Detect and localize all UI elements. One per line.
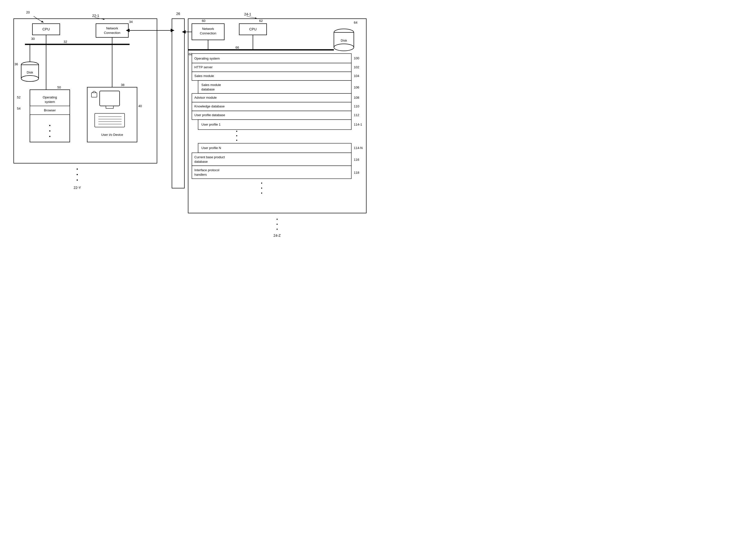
svg-text:32: 32 <box>64 40 67 44</box>
svg-rect-51 <box>172 19 184 188</box>
svg-text:112: 112 <box>354 113 359 117</box>
svg-rect-83 <box>192 72 351 80</box>
svg-point-67 <box>334 44 354 51</box>
svg-text:system: system <box>45 100 55 104</box>
svg-text:•: • <box>236 138 237 142</box>
svg-text:26: 26 <box>176 12 180 16</box>
svg-text:User i/o Device: User i/o Device <box>101 133 123 137</box>
svg-text:24-Z: 24-Z <box>274 234 281 237</box>
svg-text:•: • <box>236 134 237 138</box>
svg-text:Sales module: Sales module <box>194 74 214 78</box>
svg-text:118: 118 <box>354 171 359 174</box>
svg-rect-45 <box>91 93 97 97</box>
svg-text:Current base product: Current base product <box>194 155 225 159</box>
svg-text:114-1: 114-1 <box>354 123 362 126</box>
svg-text:38: 38 <box>121 83 124 87</box>
svg-text:22-Y: 22-Y <box>74 186 81 190</box>
svg-text:50: 50 <box>57 85 61 89</box>
svg-text:•: • <box>76 167 78 172</box>
svg-text:66: 66 <box>235 46 239 49</box>
svg-text:30: 30 <box>31 37 35 41</box>
diagram: 20 22-1 CPU 30 Network Co <box>0 0 378 275</box>
svg-text:•: • <box>49 134 51 139</box>
svg-text:54: 54 <box>17 107 20 110</box>
svg-text:116: 116 <box>354 158 359 161</box>
svg-text:handlers: handlers <box>194 173 207 176</box>
svg-text:Network: Network <box>202 27 214 31</box>
svg-text:Browser: Browser <box>44 108 56 112</box>
svg-text:Operating system: Operating system <box>194 57 220 60</box>
svg-text:34: 34 <box>129 20 133 24</box>
svg-text:24-1: 24-1 <box>244 12 251 16</box>
svg-text:104: 104 <box>354 74 359 78</box>
svg-text:•: • <box>236 129 237 133</box>
svg-text:110: 110 <box>354 104 359 108</box>
svg-text:•: • <box>261 181 262 185</box>
svg-text:64: 64 <box>354 21 357 24</box>
svg-text:database: database <box>194 160 208 163</box>
main-svg: 22-1 CPU 30 Network Connection 34 32 Dis… <box>0 0 378 275</box>
svg-point-18 <box>21 76 39 81</box>
svg-text:•: • <box>76 172 78 177</box>
svg-text:•: • <box>276 217 278 221</box>
svg-rect-86 <box>198 80 351 93</box>
svg-text:User profile N: User profile N <box>201 146 221 150</box>
svg-text:Advisor module: Advisor module <box>194 96 217 99</box>
svg-text:Disk: Disk <box>27 71 33 74</box>
svg-text:Connection: Connection <box>104 31 120 35</box>
svg-text:106: 106 <box>354 85 359 89</box>
svg-text:Operating: Operating <box>43 95 57 99</box>
svg-text:User profile database: User profile database <box>194 113 225 117</box>
svg-rect-38 <box>100 91 120 106</box>
svg-text:•: • <box>261 191 262 195</box>
svg-text:Disk: Disk <box>341 39 347 42</box>
svg-text:100: 100 <box>354 56 359 60</box>
svg-text:40: 40 <box>138 104 142 108</box>
svg-text:CPU: CPU <box>249 27 257 31</box>
svg-text:36: 36 <box>14 62 18 66</box>
svg-text:•: • <box>49 129 51 134</box>
svg-text:62: 62 <box>259 19 263 23</box>
svg-rect-8 <box>96 24 128 37</box>
svg-text:22-1: 22-1 <box>92 14 99 18</box>
svg-rect-40 <box>95 113 125 127</box>
svg-text:CPU: CPU <box>42 27 50 31</box>
svg-text:•: • <box>276 227 278 231</box>
svg-text:Knowledge database: Knowledge database <box>194 104 225 108</box>
svg-text:•: • <box>49 123 51 128</box>
svg-text:102: 102 <box>354 65 359 69</box>
svg-text:•: • <box>76 178 78 183</box>
svg-rect-39 <box>106 106 113 108</box>
svg-text:HTTP server: HTTP server <box>194 65 213 69</box>
svg-rect-99 <box>198 120 351 130</box>
svg-text:Sales module: Sales module <box>201 83 221 87</box>
svg-rect-112 <box>192 166 351 179</box>
svg-text:User profile 1: User profile 1 <box>201 123 221 126</box>
svg-text:Interface protocol: Interface protocol <box>194 168 220 172</box>
svg-text:database: database <box>201 87 215 91</box>
svg-text:108: 108 <box>354 96 359 99</box>
svg-rect-108 <box>192 153 351 166</box>
svg-rect-80 <box>192 63 351 72</box>
svg-text:Connection: Connection <box>200 31 216 35</box>
svg-text:•: • <box>261 186 262 190</box>
svg-text:114-N: 114-N <box>354 146 363 150</box>
svg-text:Network: Network <box>106 26 118 30</box>
svg-text:60: 60 <box>202 19 205 23</box>
svg-text:•: • <box>276 222 278 226</box>
svg-text:52: 52 <box>17 95 20 99</box>
